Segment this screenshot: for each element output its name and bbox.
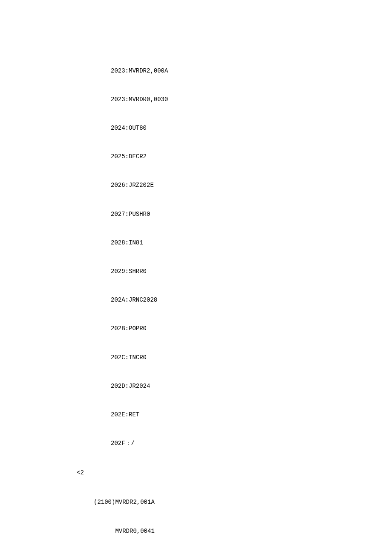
- code-line: 2025:DECR2: [111, 152, 354, 161]
- code-line: 2029:SHRR0: [111, 267, 354, 276]
- code-line: 202E:RET: [111, 410, 354, 419]
- code-line: MVRDR0,0041: [94, 526, 354, 536]
- code-line: (2100)MVRDR2,001A: [94, 497, 354, 507]
- code-line: 202F：/: [111, 439, 354, 448]
- code-line: 2024:OUT80: [111, 123, 354, 133]
- code-block-1: 2023:MVRDR2,000A 2023:MVRDR0,0030 2024:O…: [111, 47, 354, 467]
- code-line: 2023:MVRDR2,000A: [111, 66, 354, 76]
- code-line: 2026:JRZ202E: [111, 180, 354, 190]
- code-line: 202B:POPR0: [111, 324, 354, 333]
- code-line: 2028:IN81: [111, 238, 354, 247]
- section-marker-2: <2: [77, 468, 354, 477]
- document-page: 2023:MVRDR2,000A 2023:MVRDR0,0030 2024:O…: [0, 0, 392, 555]
- code-line: 202D:JR2024: [111, 381, 354, 391]
- code-line: 202A:JRNC2028: [111, 295, 354, 305]
- code-line: 202C:INCR0: [111, 353, 354, 362]
- code-line: 2023:MVRDR0,0030: [111, 95, 354, 104]
- code-line: 2027:PUSHR0: [111, 209, 354, 219]
- code-block-2: (2100)MVRDR2,001A MVRDR0,0041 (2104)OUT8…: [94, 479, 354, 555]
